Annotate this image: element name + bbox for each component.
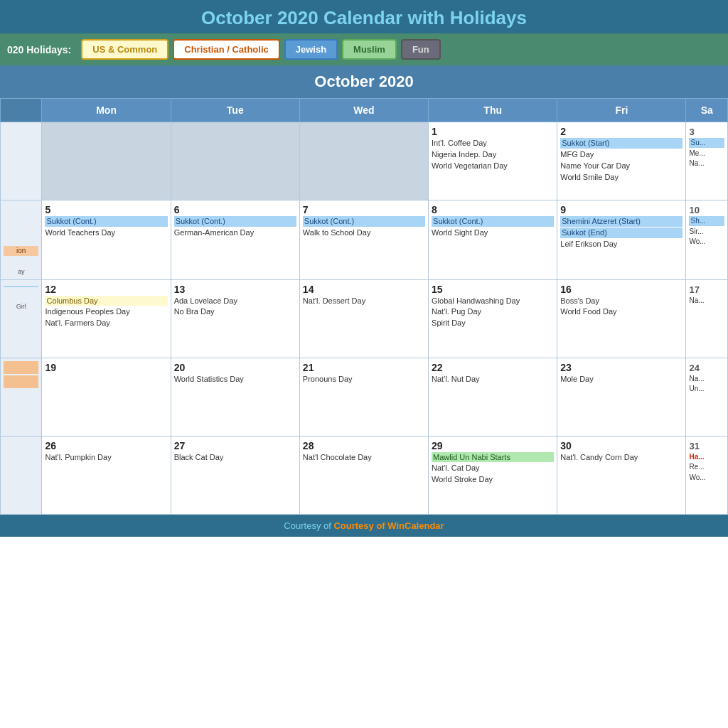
event-oct31-wo: Wo... [689,473,724,483]
event-stub-w4-bot [4,375,38,388]
event-indigenous: Indigenous Peoples Day [45,306,167,317]
day-num-9: 9 [560,204,566,215]
filter-us-common[interactable]: US & Common [81,39,168,60]
cell-oct6: 6 Sukkot (Cont.) German-American Day [171,200,299,280]
event-walk-school: Walk to School Day [303,228,425,238]
day-num-7: 7 [303,204,309,215]
week-row-4: 19 20 World Statistics Day 21 Pronouns D… [1,358,728,436]
day-num-12: 12 [45,284,56,295]
event-pronouns: Pronouns Day [303,374,425,385]
week2-stub: ion ay [1,200,42,280]
col-header-sun-stub [1,99,42,122]
event-oct8-sukkot: Sukkot (Cont.) [432,216,554,227]
event-bosss-day: Boss's Day [560,296,682,306]
cell-oct22: 22 Nat'l. Nut Day [429,358,557,436]
day-num-23: 23 [560,362,572,373]
cell-sep28 [42,122,171,200]
day-num-3-cut: 3 [689,127,694,137]
event-oct3-na: Na... [689,159,724,168]
wincalendar-link[interactable]: Courtesy of WinCalendar [333,520,444,531]
event-world-food: World Food Day [560,306,682,317]
event-name-car: Name Your Car Day [560,161,682,171]
day-num-5: 5 [45,204,50,215]
event-world-sight: World Sight Day [432,228,554,238]
event-nat-chocolate: Nat'l Chocolate Day [303,452,425,463]
cell-oct17-cut: 17 Na... [686,279,728,358]
cell-oct23: 23 Mole Day [557,358,686,436]
event-world-teachers: World Teachers Day [45,228,167,238]
event-nigeria-indep: Nigeria Indep. Day [432,149,554,160]
filter-fun[interactable]: Fun [401,39,441,60]
day-num-29: 29 [432,440,443,451]
cell-oct1: 1 Int'l. Coffee Day Nigeria Indep. Day W… [429,122,557,200]
event-black-cat: Black Cat Day [174,452,296,463]
event-no-bra: No Bra Day [174,306,296,317]
day-num-17-cut: 17 [689,284,699,295]
cell-oct19: 19 [42,358,171,436]
week-row-2: ion ay 5 Sukkot (Cont.) World Teachers D… [1,200,728,280]
filter-christian[interactable]: Christian / Catholic [173,39,279,60]
day-num-13: 13 [174,284,186,295]
day-num-21: 21 [303,362,314,373]
event-sukkot-start: Sukkot (Start) [560,138,682,149]
cell-oct30: 30 Nat'l. Candy Corn Day [557,436,686,514]
event-coffee-day: Int'l. Coffee Day [432,138,554,149]
event-ada-lovelace: Ada Lovelace Day [174,296,296,306]
event-german-american: German-American Day [174,228,296,238]
cell-oct8: 8 Sukkot (Cont.) World Sight Day [429,200,557,280]
event-oct3-me: Me... [689,149,724,159]
day-num-14: 14 [303,284,314,295]
event-oct10-wo: Wo... [689,237,724,247]
cell-oct3-cut: 3 Su... Me... Na... [686,122,728,200]
filter-jewish[interactable]: Jewish [284,39,338,60]
day-num-2: 2 [560,126,566,137]
page-title: October 2020 Calendar with Holidays [0,7,728,29]
cell-oct7: 7 Sukkot (Cont.) Walk to School Day [299,200,428,280]
day-num-15: 15 [432,284,443,295]
event-nat-nut: Nat'l. Nut Day [432,374,554,385]
week3-stub: Girl [1,279,42,358]
event-stub-day: ay [4,267,38,276]
top-header: October 2020 Calendar with Holidays [0,0,728,33]
event-oct10-sh: Sh... [689,216,724,226]
cell-oct14: 14 Nat'l. Dessert Day [299,279,428,358]
cell-oct28: 28 Nat'l Chocolate Day [299,436,428,514]
event-oct24-un: Un... [689,384,724,394]
filter-muslim[interactable]: Muslim [342,39,397,60]
day-num-10-cut: 10 [689,205,699,215]
day-num-31-cut: 31 [689,441,699,451]
event-spirit-day: Spirit Day [432,318,554,328]
col-header-fri: Fri [557,99,686,122]
event-nat-pug: Nat'l. Pug Day [432,306,554,317]
cell-sep30 [299,122,428,200]
event-nat-cat: Nat'l. Cat Day [432,463,554,473]
week4-stub [1,358,42,436]
day-num-28: 28 [303,440,314,451]
day-num-19: 19 [45,362,56,373]
col-header-sat-cut: Sa [686,99,728,122]
day-num-6: 6 [174,204,180,215]
filter-bar: 020 Holidays: US & Common Christian / Ca… [0,33,728,65]
event-stub-ion: ion [4,246,38,256]
col-header-wed: Wed [299,99,428,122]
col-header-mon: Mon [42,99,171,122]
event-nat-pumpkin: Nat'l. Pumpkin Day [45,452,167,463]
event-oct7-sukkot: Sukkot (Cont.) [303,216,425,227]
cell-sep29 [171,122,299,200]
event-nat-dessert: Nat'l. Dessert Day [303,296,425,306]
event-oct5-sukkot: Sukkot (Cont.) [45,216,167,227]
event-oct6-sukkot: Sukkot (Cont.) [174,216,296,227]
cell-oct2: 2 Sukkot (Start) MFG Day Name Your Car D… [557,122,686,200]
week-row-5: 26 Nat'l. Pumpkin Day 27 Black Cat Day 2… [1,436,728,514]
cell-oct29: 29 Mawlid Un Nabi Starts Nat'l. Cat Day … [429,436,557,514]
day-num-30: 30 [560,440,572,451]
event-oct31-re: Re... [689,462,724,472]
event-oct3-su: Su... [689,138,724,148]
day-num-22: 22 [432,362,443,373]
event-shemini-start: Shemini Atzeret (Start) [560,216,682,227]
event-global-handwashing: Global Handwashing Day [432,296,554,306]
event-leif-erikson: Leif Erikson Day [560,239,682,250]
cell-oct5: 5 Sukkot (Cont.) World Teachers Day [42,200,171,280]
cell-oct26: 26 Nat'l. Pumpkin Day [42,436,171,514]
event-sukkot-end: Sukkot (End) [560,228,682,238]
